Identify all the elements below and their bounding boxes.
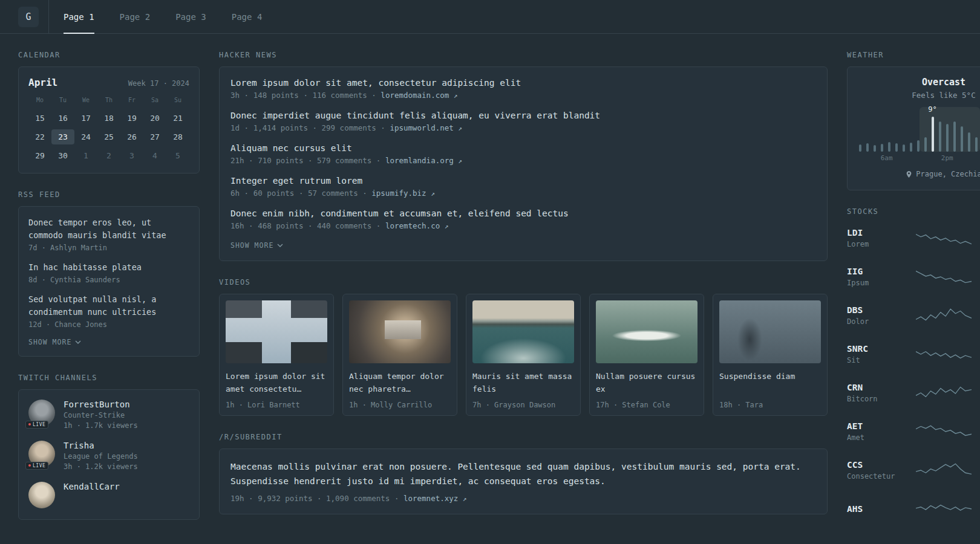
channel-name[interactable]: Trisha <box>64 441 138 450</box>
calendar-date[interactable]: 24 <box>74 129 97 144</box>
calendar-date[interactable]: 26 <box>120 129 143 144</box>
stock-row[interactable]: AHS +0.46% <box>847 494 980 524</box>
video-thumbnail[interactable] <box>719 300 821 363</box>
video-thumbnail[interactable] <box>226 300 327 363</box>
news-item-title[interactable]: Donec imperdiet augue tincidunt felis al… <box>230 111 816 120</box>
rss-item[interactable]: In hac habitasse platea 8d · Cynthia Sau… <box>28 261 189 284</box>
rss-item-title[interactable]: Donec tempor eros leo, ut commodo mauris… <box>28 216 189 242</box>
news-item[interactable]: Aliquam nec cursus elit 21h · 710 points… <box>230 143 816 165</box>
channel-category[interactable]: Counter-Strike <box>64 411 138 419</box>
stock-row[interactable]: CCSConsectetur +0.51%$165.84 <box>847 455 980 485</box>
calendar-date[interactable]: 25 <box>97 129 120 144</box>
stock-row[interactable]: DBSDolor +1.42%$156.28 <box>847 300 980 331</box>
video-card[interactable]: Lorem ipsum dolor sit amet consectetu… 1… <box>219 294 334 416</box>
stock-row[interactable]: SNRCSit +1.36%$148.64 <box>847 339 980 369</box>
weather-bar[interactable] <box>859 144 861 152</box>
rss-item[interactable]: Sed volutpat nulla nisl, a condimentum n… <box>28 293 189 329</box>
calendar-date-next-month[interactable]: 1 <box>74 148 97 163</box>
calendar-date[interactable]: 15 <box>28 111 51 126</box>
news-show-more-button[interactable]: SHOW MORE <box>230 241 283 250</box>
rss-item[interactable]: Donec tempor eros leo, ut commodo mauris… <box>28 216 189 252</box>
app-logo[interactable]: G <box>18 7 39 27</box>
weather-location[interactable]: Prague, Czechia <box>906 170 980 178</box>
video-title[interactable]: Suspendisse diam <box>719 371 821 396</box>
twitch-channel[interactable]: LIVE Trisha League of Legends 3h · 1.2k … <box>28 441 189 471</box>
news-domain-link[interactable]: loremtech.co <box>385 221 440 230</box>
stock-row[interactable]: LDILorem +4.35%$795.18 <box>847 223 980 253</box>
calendar-date[interactable]: 19 <box>120 111 143 126</box>
calendar-date[interactable]: 17 <box>74 111 97 126</box>
news-item[interactable]: Donec enim nibh, condimentum et accumsan… <box>230 209 816 230</box>
channel-name[interactable]: KendallCarr <box>64 482 120 491</box>
video-thumbnail[interactable] <box>472 300 574 363</box>
calendar-date[interactable]: 29 <box>28 148 51 163</box>
weather-bar[interactable] <box>910 143 912 152</box>
video-card[interactable]: Suspendisse diam 18h · Tara <box>713 294 828 416</box>
weather-bar[interactable] <box>924 137 927 152</box>
weather-bar[interactable] <box>946 124 949 152</box>
post-domain-link[interactable]: loremnet.xyz <box>403 494 458 503</box>
post-title[interactable]: Maecenas mollis pulvinar erat non posuer… <box>230 460 816 489</box>
calendar-date[interactable]: 28 <box>166 129 189 144</box>
video-title[interactable]: Lorem ipsum dolor sit amet consectetu… <box>226 371 327 396</box>
calendar-date[interactable]: 18 <box>97 111 120 126</box>
calendar-date-selected[interactable]: 23 <box>51 129 74 144</box>
news-domain-link[interactable]: ipsumify.biz <box>371 189 426 198</box>
weather-bar[interactable] <box>975 137 978 152</box>
stock-row[interactable]: IIGIpsum +2.84%$42.04 <box>847 262 980 292</box>
calendar-date[interactable]: 16 <box>51 111 74 126</box>
weather-bar[interactable] <box>917 140 920 152</box>
news-item[interactable]: Lorem ipsum dolor sit amet, consectetur … <box>230 78 816 100</box>
stock-row[interactable]: CRNBitcorn -1.00%$66,171.48 <box>847 378 980 408</box>
tab-page-3[interactable]: Page 3 <box>175 0 206 33</box>
news-domain-link[interactable]: ipsumworld.net <box>390 123 453 132</box>
calendar-date[interactable]: 27 <box>143 129 166 144</box>
weather-bar[interactable] <box>895 143 898 152</box>
calendar-date-next-month[interactable]: 5 <box>166 148 189 163</box>
video-thumbnail[interactable] <box>596 300 697 363</box>
weather-bar[interactable] <box>866 143 869 152</box>
twitch-channel[interactable]: KendallCarr <box>28 482 189 508</box>
video-card[interactable]: Mauris sit amet massa felis 7h · Grayson… <box>466 294 581 416</box>
rss-show-more-button[interactable]: SHOW MORE <box>28 338 81 346</box>
weather-bar-highlighted[interactable] <box>932 117 934 152</box>
calendar-date[interactable]: 20 <box>143 111 166 126</box>
video-title[interactable]: Aliquam tempor dolor nec pharetra… <box>349 371 451 396</box>
video-card[interactable]: Aliquam tempor dolor nec pharetra… 1h · … <box>342 294 457 416</box>
video-title[interactable]: Nullam posuere cursus ex <box>596 371 697 396</box>
weather-bar[interactable] <box>939 121 941 152</box>
news-domain-link[interactable]: loremlandia.org <box>385 156 454 165</box>
calendar-date[interactable]: 30 <box>51 148 74 163</box>
rss-item-title[interactable]: Sed volutpat nulla nisl, a condimentum n… <box>28 293 189 319</box>
calendar-date[interactable]: 22 <box>28 129 51 144</box>
news-item[interactable]: Integer eget rutrum lorem 6h · 60 points… <box>230 176 816 198</box>
rss-item-title[interactable]: In hac habitasse platea <box>28 261 189 274</box>
channel-name[interactable]: ForrestBurton <box>64 400 138 409</box>
stock-row[interactable]: AETAmet +0.92%$499.72 <box>847 416 980 447</box>
video-title[interactable]: Mauris sit amet massa felis <box>472 371 574 396</box>
news-item-title[interactable]: Aliquam nec cursus elit <box>230 143 816 153</box>
tab-page-4[interactable]: Page 4 <box>232 0 263 33</box>
news-item-title[interactable]: Integer eget rutrum lorem <box>230 176 816 186</box>
tab-page-2[interactable]: Page 2 <box>120 0 151 33</box>
weather-bar[interactable] <box>881 144 883 152</box>
tab-page-1[interactable]: Page 1 <box>64 0 94 33</box>
channel-category[interactable]: League of Legends <box>64 452 138 461</box>
weather-bar[interactable] <box>968 132 970 152</box>
calendar-date-next-month[interactable]: 2 <box>97 148 120 163</box>
weather-bar[interactable] <box>874 145 876 152</box>
video-thumbnail[interactable] <box>349 300 451 363</box>
weather-bar[interactable] <box>903 144 905 152</box>
calendar-date-next-month[interactable]: 3 <box>120 148 143 163</box>
twitch-channel[interactable]: LIVE ForrestBurton Counter-Strike 1h · 1… <box>28 400 189 430</box>
news-domain-link[interactable]: loremdomain.com <box>381 91 449 100</box>
news-item[interactable]: Donec imperdiet augue tincidunt felis al… <box>230 111 816 132</box>
weather-bar[interactable] <box>961 126 963 152</box>
weather-bar[interactable] <box>888 142 890 152</box>
video-card[interactable]: Nullam posuere cursus ex 17h · Stefan Co… <box>589 294 704 416</box>
news-item-title[interactable]: Lorem ipsum dolor sit amet, consectetur … <box>230 78 816 88</box>
news-item-title[interactable]: Donec enim nibh, condimentum et accumsan… <box>230 209 816 218</box>
calendar-date-next-month[interactable]: 4 <box>143 148 166 163</box>
calendar-date[interactable]: 21 <box>166 111 189 126</box>
weather-bar[interactable] <box>953 121 956 152</box>
